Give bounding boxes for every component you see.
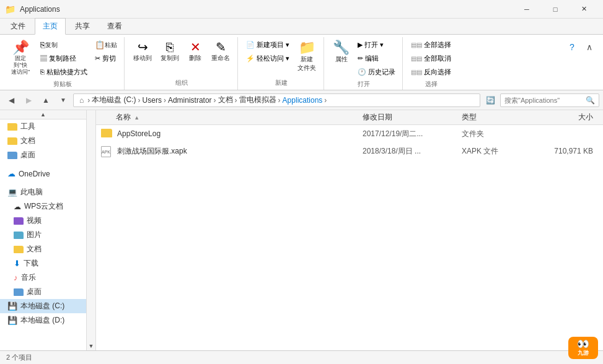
invert-selection-button[interactable]: ▤▤ 反向选择 xyxy=(408,66,454,79)
sidebar-item-downloads[interactable]: ⬇ 下载 xyxy=(0,256,86,271)
delete-label: 删除 xyxy=(189,54,201,63)
table-row[interactable]: AppStoreLog 2017/12/19/周二... 文件夹 xyxy=(96,125,603,142)
sidebar-label-locald: 本地磁盘 (D:) xyxy=(20,315,64,326)
sidebar-item-localc[interactable]: 💾 本地磁盘 (C:) xyxy=(0,299,86,313)
music-icon: ♪ xyxy=(14,273,18,282)
tab-home[interactable]: 主页 xyxy=(35,18,66,35)
cut-button[interactable]: ✂ 剪切 xyxy=(92,52,120,65)
col-size[interactable]: 大小 xyxy=(536,112,598,123)
forward-button[interactable]: ▶ xyxy=(21,93,36,108)
breadcrumb-users[interactable]: Users xyxy=(143,96,162,105)
select-none-button[interactable]: ▤▤ 全部取消 xyxy=(408,52,454,65)
breadcrumb-arrow-6: › xyxy=(324,96,327,105)
table-row[interactable]: APK 刺激战场国际服.xapk 2018/3/18/周日 ... XAPK 文… xyxy=(96,142,603,160)
sidebar-item-desktop[interactable]: 桌面 xyxy=(0,148,86,162)
new-item-button[interactable]: 📄 新建项目 ▾ xyxy=(243,38,293,51)
sidebar-item-music[interactable]: ♪ 音乐 xyxy=(0,271,86,285)
refresh-button[interactable]: 🔄 xyxy=(483,93,498,108)
new-folder-button[interactable]: 📁 新建文件夹 xyxy=(294,38,320,75)
minimize-button[interactable]: ─ xyxy=(513,0,541,19)
help-button[interactable]: ? xyxy=(565,40,579,54)
clipboard-label: 剪贴板 xyxy=(53,79,72,89)
sidebar-label-thispc: 此电脑 xyxy=(20,187,43,197)
col-name[interactable]: 名称 ▲ xyxy=(101,112,363,123)
sidebar-item-onedrive[interactable]: ☁ OneDrive xyxy=(0,167,86,180)
recent-paths-button[interactable]: ▼ xyxy=(56,93,71,108)
ribbon-group-clipboard: 📌 固定到"快速访问" ⎘ 复制 ▤ 复制路径 ⎘ 粘贴快捷方式 📋 xyxy=(1,37,125,90)
maximize-button[interactable]: □ xyxy=(541,0,570,19)
breadcrumb-localc[interactable]: 本地磁盘 (C:) xyxy=(92,95,136,105)
history-button[interactable]: 🕐 历史记录 xyxy=(354,66,398,79)
organize-label: 组织 xyxy=(175,77,188,87)
copy-button[interactable]: ⎘ 复制 xyxy=(37,38,90,51)
tab-view[interactable]: 查看 xyxy=(99,18,130,34)
sidebar-item-video[interactable]: 视频 xyxy=(0,214,86,228)
copy-path-button[interactable]: ▤ 复制路径 xyxy=(37,52,90,65)
sidebar-scroll-up[interactable]: ▲ xyxy=(40,111,46,118)
folder-icon-docs xyxy=(7,137,17,145)
copy-to-button[interactable]: ⎘ 复制到 xyxy=(157,38,183,65)
col-date[interactable]: 修改日期 xyxy=(363,112,462,123)
easy-access-button[interactable]: ⚡ 轻松访问 ▾ xyxy=(243,52,293,65)
back-button[interactable]: ◀ xyxy=(4,93,19,108)
sidebar-item-pictures[interactable]: 图片 xyxy=(0,228,86,242)
paste-button[interactable]: 📋 粘贴 xyxy=(92,38,120,51)
select-all-label: 全部选择 xyxy=(424,40,451,50)
breadcrumb-emulator[interactable]: 雷电模拟器 xyxy=(239,95,276,105)
breadcrumb-arrow-4: › xyxy=(235,96,237,105)
watermark-eyes: 👀 xyxy=(577,339,589,349)
tab-file[interactable]: 文件 xyxy=(2,18,33,34)
ribbon-group-organize-items: ↪ 移动到 ⎘ 复制到 ✕ 删除 ✎ 重命名 xyxy=(130,37,234,77)
move-to-button[interactable]: ↪ 移动到 xyxy=(130,38,156,65)
sidebar-item-tools[interactable]: 工具 xyxy=(0,119,86,134)
breadcrumb-applications[interactable]: Applications xyxy=(283,96,323,105)
edit-button[interactable]: ✏ 编辑 xyxy=(354,52,398,65)
folder-icon-desktop xyxy=(7,152,17,159)
address-path[interactable]: ⌂ › 本地磁盘 (C:) › Users › Administrator › … xyxy=(73,93,480,107)
close-button[interactable]: ✕ xyxy=(570,0,598,19)
sidebar-item-locald[interactable]: 💾 本地磁盘 (D:) xyxy=(0,313,86,327)
rename-button[interactable]: ✎ 重命名 xyxy=(208,38,234,65)
col-type[interactable]: 类型 xyxy=(462,112,536,123)
breadcrumb-arrow-2: › xyxy=(164,96,166,105)
sidebar-label-docs: 文档 xyxy=(20,136,35,146)
search-box[interactable]: 🔍 xyxy=(500,93,599,107)
file-size-xapk: 710,971 KB xyxy=(536,147,598,155)
sidebar-item-documents[interactable]: 文档 xyxy=(0,242,86,256)
up-button[interactable]: ▲ xyxy=(38,93,53,108)
ribbon-group-organize: ↪ 移动到 ⎘ 复制到 ✕ 删除 ✎ 重命名 组织 xyxy=(126,37,238,90)
sidebar-scroll-down[interactable]: ▼ xyxy=(89,343,94,349)
title-bar-title: Applications xyxy=(20,5,513,14)
breadcrumb-admin[interactable]: Administrator xyxy=(168,96,212,105)
disk-icon-c: 💾 xyxy=(7,301,17,311)
sidebar-item-docs[interactable]: 文档 xyxy=(0,134,86,148)
new-item-icon: 📄 xyxy=(246,41,255,49)
easy-access-label: 轻松访问 ▾ xyxy=(257,54,289,63)
title-bar-icons: 📁 xyxy=(5,4,15,14)
paste-shortcut-button[interactable]: ⎘ 粘贴快捷方式 xyxy=(37,66,90,79)
delete-icon: ✕ xyxy=(190,41,201,53)
breadcrumb-separator-0: ⌂ xyxy=(79,96,84,105)
title-bar: 📁 Applications ─ □ ✕ xyxy=(0,0,603,19)
breadcrumb-docs[interactable]: 文档 xyxy=(218,95,233,105)
delete-button[interactable]: ✕ 删除 xyxy=(184,38,206,65)
rename-label: 重命名 xyxy=(211,54,230,63)
sidebar-label-documents: 文档 xyxy=(27,244,42,254)
pin-quick-access-button[interactable]: 📌 固定到"快速访问" xyxy=(5,38,36,77)
select-all-button[interactable]: ▤▤ 全部选择 xyxy=(408,38,454,51)
properties-button[interactable]: 🔧 属性 xyxy=(329,38,353,66)
sidebar-item-thispc[interactable]: 💻 此电脑 xyxy=(0,185,86,199)
watermark: 👀 九游 xyxy=(568,337,598,359)
folder-icon-appstorelog xyxy=(101,129,112,137)
tab-share[interactable]: 共享 xyxy=(67,18,98,34)
ribbon-group-clipboard-items: 📌 固定到"快速访问" ⎘ 复制 ▤ 复制路径 ⎘ 粘贴快捷方式 📋 xyxy=(5,37,120,79)
ribbon-group-new-items: 📄 新建项目 ▾ ⚡ 轻松访问 ▾ 📁 新建文件夹 xyxy=(243,37,320,77)
sidebar-item-wps[interactable]: ☁ WPS云文档 xyxy=(0,199,86,214)
sidebar-label-onedrive: OneDrive xyxy=(19,170,50,178)
search-input[interactable] xyxy=(504,97,586,104)
folder-icon-video xyxy=(14,217,24,225)
ribbon-collapse-button[interactable]: ∧ xyxy=(582,40,597,54)
breadcrumb-arrow-3: › xyxy=(214,96,216,105)
open-button[interactable]: ▶ 打开 ▾ xyxy=(354,38,398,51)
sidebar-item-desktop2[interactable]: 桌面 xyxy=(0,285,86,299)
